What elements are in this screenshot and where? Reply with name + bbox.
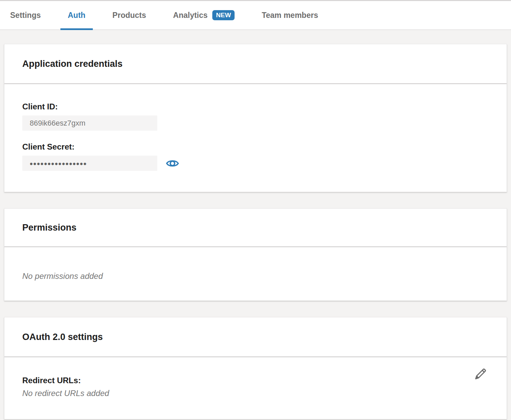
oauth-settings-body: Redirect URLs: No redirect URLs added [4,357,507,419]
client-id-label: Client ID: [22,102,489,111]
application-credentials-body: Client ID: 869ik66esz7gxm Client Secret:… [4,84,507,192]
tab-bar: Settings Auth Products Analytics NEW Tea… [0,1,511,30]
tab-team-members-label: Team members [262,11,318,20]
tab-products[interactable]: Products [112,1,146,29]
permissions-title: Permissions [22,223,489,232]
page-content: Application credentials Client ID: 869ik… [0,30,511,419]
application-credentials-card: Application credentials Client ID: 869ik… [4,44,507,192]
application-credentials-title: Application credentials [22,59,489,69]
reveal-secret-button[interactable] [166,159,179,168]
pencil-icon [473,367,488,382]
permissions-body: No permissions added [4,247,507,300]
client-secret-row: •••••••••••••••• [22,156,489,171]
new-badge: NEW [212,10,235,20]
oauth-settings-card: OAuth 2.0 settings Redirect URLs: No red… [4,317,507,419]
tab-analytics-label: Analytics [173,11,208,20]
redirect-urls-label: Redirect URLs: [22,376,489,385]
no-redirect-urls-text: No redirect URLs added [22,389,489,398]
oauth-settings-title: OAuth 2.0 settings [22,332,489,342]
client-secret-masked-value: •••••••••••••••• [30,156,87,171]
client-id-value: 869ik66esz7gxm [30,119,85,128]
tab-analytics[interactable]: Analytics NEW [173,1,235,29]
eye-icon [166,159,179,168]
tab-auth[interactable]: Auth [68,1,85,29]
oauth-settings-header: OAuth 2.0 settings [4,317,507,357]
tab-team-members[interactable]: Team members [262,1,318,29]
tab-auth-label: Auth [68,11,85,20]
no-permissions-text: No permissions added [22,271,489,281]
permissions-card: Permissions No permissions added [4,208,507,301]
tab-settings-label: Settings [10,11,41,20]
tab-products-label: Products [112,11,146,20]
edit-redirect-urls-button[interactable] [473,367,488,382]
client-secret-label: Client Secret: [22,142,489,152]
permissions-header: Permissions [4,209,507,246]
application-credentials-header: Application credentials [4,44,507,83]
tab-settings[interactable]: Settings [10,1,41,29]
client-secret-field[interactable]: •••••••••••••••• [22,156,157,171]
app-window: Settings Auth Products Analytics NEW Tea… [0,0,511,420]
client-id-field[interactable]: 869ik66esz7gxm [22,115,157,131]
